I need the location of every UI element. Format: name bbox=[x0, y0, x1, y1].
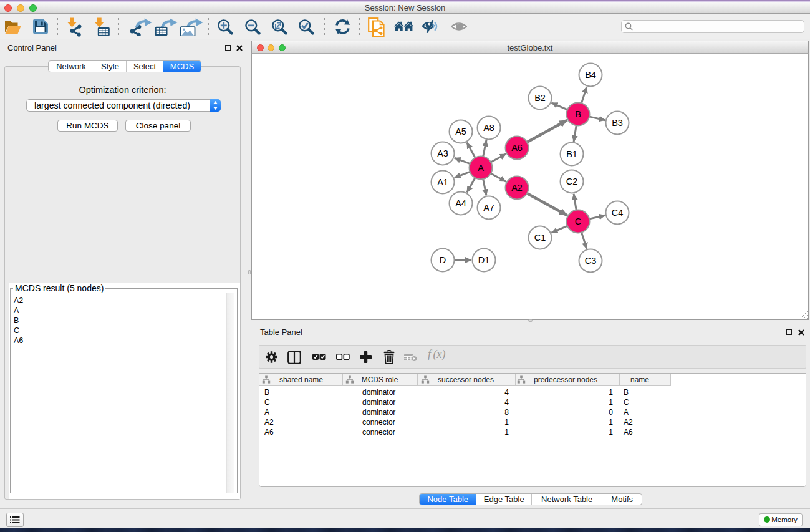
svg-text:C4: C4 bbox=[612, 208, 624, 218]
svg-text:A3: A3 bbox=[437, 148, 448, 158]
svg-text:C: C bbox=[575, 216, 581, 226]
svg-text:A8: A8 bbox=[483, 123, 494, 133]
svg-text:A2: A2 bbox=[511, 183, 523, 193]
svg-text:C3: C3 bbox=[585, 256, 597, 266]
svg-text:B4: B4 bbox=[585, 70, 596, 80]
svg-text:A: A bbox=[478, 163, 484, 173]
svg-text:C2: C2 bbox=[566, 177, 578, 186]
svg-text:B: B bbox=[575, 109, 581, 119]
svg-text:D1: D1 bbox=[478, 255, 490, 265]
svg-text:A7: A7 bbox=[483, 203, 494, 213]
svg-text:C1: C1 bbox=[534, 233, 546, 243]
svg-text:A4: A4 bbox=[455, 198, 466, 208]
svg-text:A6: A6 bbox=[511, 143, 523, 153]
svg-text:A1: A1 bbox=[437, 177, 448, 187]
svg-text:A5: A5 bbox=[455, 127, 466, 137]
svg-text:B3: B3 bbox=[612, 118, 623, 128]
svg-text:B1: B1 bbox=[566, 149, 577, 159]
svg-text:D: D bbox=[440, 255, 446, 265]
svg-text:B2: B2 bbox=[534, 93, 546, 103]
